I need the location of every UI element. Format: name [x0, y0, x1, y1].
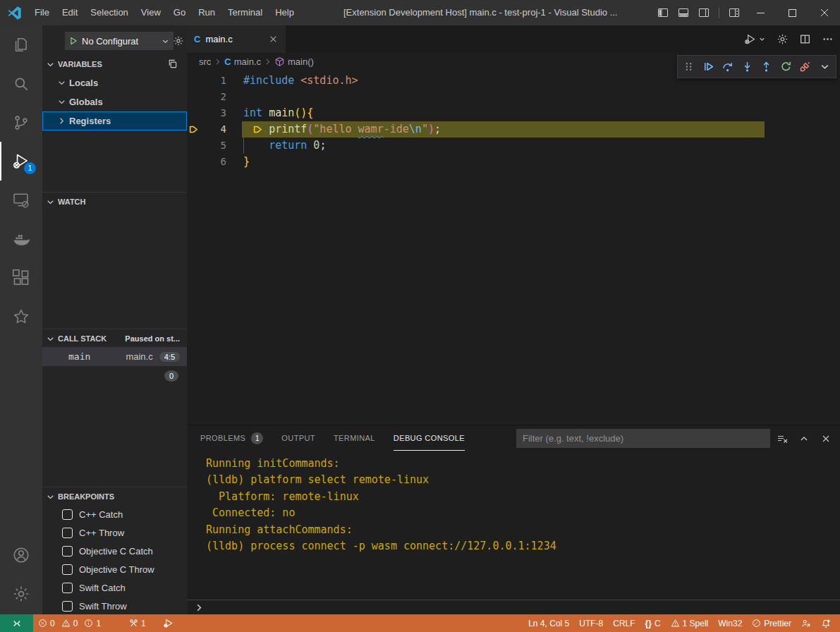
copy-value-icon[interactable]	[167, 59, 178, 69]
callstack-section-header[interactable]: CALL STACK Paused on st...	[42, 329, 187, 348]
menu-file[interactable]: File	[28, 0, 56, 25]
breakpoint-swift-catch[interactable]: Swift Catch	[42, 578, 187, 597]
close-tab-icon[interactable]	[268, 34, 279, 44]
status-win32[interactable]: Win32	[713, 614, 747, 632]
breakpoint-checkbox[interactable]	[62, 509, 73, 520]
status-crlf[interactable]: CRLF	[608, 614, 640, 632]
debug-continue-button[interactable]	[702, 61, 714, 73]
breakpoint-checkbox[interactable]	[62, 583, 73, 593]
panel-tab-terminal[interactable]: TERMINAL	[334, 426, 375, 451]
breakpoint-checkbox[interactable]	[62, 546, 73, 557]
activity-run-debug[interactable]: 1	[0, 142, 42, 181]
debug-step-into-button[interactable]	[741, 61, 753, 73]
debug-step-out-button[interactable]	[760, 61, 772, 73]
close-window-button[interactable]	[808, 0, 840, 25]
panel-tab-output[interactable]: OUTPUT	[281, 426, 315, 451]
menu-selection[interactable]: Selection	[84, 0, 134, 25]
breakpoint-c-throw[interactable]: C++ Throw	[42, 523, 187, 542]
breadcrumb-label: main.c	[234, 56, 261, 67]
split-editor-icon[interactable]	[799, 33, 811, 45]
status-bell[interactable]	[816, 614, 836, 632]
status-utf-8[interactable]: UTF-8	[574, 614, 608, 632]
breakpoint-checkbox[interactable]	[62, 564, 73, 575]
close-panel-icon[interactable]	[820, 433, 832, 444]
watch-section-header[interactable]: WATCH	[42, 192, 187, 211]
gutter-glyph-margin[interactable]	[187, 154, 201, 170]
maximize-button[interactable]	[777, 0, 808, 25]
gutter-glyph-margin[interactable]	[187, 89, 201, 105]
info-icon	[84, 619, 93, 628]
console-filter-input[interactable]	[516, 429, 770, 448]
customize-layout-icon[interactable]	[729, 7, 740, 18]
debug-console-input[interactable]	[187, 600, 840, 615]
settings-gear-icon[interactable]	[777, 33, 789, 45]
activity-remote-explorer[interactable]	[0, 181, 42, 219]
toggle-secondary-sidebar-icon[interactable]	[698, 7, 710, 18]
tab-main-c[interactable]: C main.c	[187, 25, 286, 53]
gutter-glyph-margin[interactable]	[187, 138, 201, 154]
variables-item-registers[interactable]: Registers	[42, 111, 187, 130]
toggle-primary-sidebar-icon[interactable]	[657, 7, 669, 18]
breakpoint-c-catch[interactable]: C++ Catch	[42, 505, 187, 523]
variables-item-globals[interactable]: Globals	[42, 92, 187, 111]
status-1-spell[interactable]: 1 Spell	[666, 614, 714, 632]
status-c[interactable]: {}C	[640, 614, 666, 632]
debug-step-over-button[interactable]	[722, 61, 734, 73]
menu-terminal[interactable]: Terminal	[221, 0, 269, 25]
breakpoint-checkbox[interactable]	[62, 601, 73, 612]
problems-status[interactable]: 0 0 1	[33, 614, 106, 632]
toggle-panel-icon[interactable]	[678, 7, 689, 18]
remote-indicator[interactable]	[0, 614, 33, 632]
callstack-frame-row[interactable]: main main.c 4:5	[42, 347, 187, 366]
run-or-debug-icon[interactable]	[744, 33, 756, 45]
activity-explorer[interactable]	[0, 25, 42, 64]
debug-config-dropdown[interactable]: No Configurat	[65, 32, 174, 50]
menu-view[interactable]: View	[135, 0, 167, 25]
breakpoint-checkbox[interactable]	[62, 528, 73, 538]
variables-item-locals[interactable]: Locals	[42, 73, 187, 92]
activity-extensions[interactable]	[0, 258, 42, 297]
activity-source-control[interactable]	[0, 103, 42, 142]
chevron-down-icon[interactable]	[758, 35, 766, 43]
callstack-thread-row[interactable]: 0	[42, 366, 187, 385]
panel-tab-debug-console[interactable]: DEBUG CONSOLE	[394, 426, 465, 451]
debug-restart-button[interactable]	[780, 61, 792, 73]
activity-docker[interactable]	[0, 219, 42, 258]
status-prettier[interactable]: Prettier	[747, 614, 796, 632]
breakpoint-objective-c-catch[interactable]: Objective C Catch	[42, 542, 187, 560]
menu-run[interactable]: Run	[192, 0, 221, 25]
activity-search[interactable]	[0, 64, 42, 103]
breadcrumb-main-c[interactable]: Cmain.c	[224, 56, 261, 67]
variables-section-header[interactable]: VARIABLES	[42, 55, 187, 73]
gutter-glyph-margin[interactable]	[187, 121, 201, 138]
code-area[interactable]: 1#include <stdio.h>23int main(){4 printf…	[187, 73, 840, 170]
breakpoints-section-header[interactable]: BREAKPOINTS	[42, 487, 187, 506]
status-person-feedback[interactable]	[796, 614, 816, 632]
menu-help[interactable]: Help	[269, 0, 300, 25]
console-line: (lldb) process connect -p wasm connect:/…	[206, 538, 832, 554]
breadcrumb-main[interactable]: main()	[274, 56, 314, 67]
menu-edit[interactable]: Edit	[56, 0, 84, 25]
activity-star[interactable]	[0, 297, 42, 336]
minimize-button[interactable]	[745, 0, 777, 25]
debug-disconnect-button[interactable]	[799, 61, 811, 73]
menu-go[interactable]: Go	[167, 0, 192, 25]
activity-settings[interactable]	[0, 574, 42, 613]
more-actions-icon[interactable]	[822, 33, 834, 45]
gutter-glyph-margin[interactable]	[187, 105, 201, 121]
breakpoint-swift-throw[interactable]: Swift Throw	[42, 597, 187, 615]
activity-account[interactable]	[0, 535, 42, 574]
debug-settings-gear-icon[interactable]	[173, 35, 184, 47]
gutter-glyph-margin[interactable]	[187, 73, 201, 89]
breakpoint-objective-c-throw[interactable]: Objective C Throw	[42, 560, 187, 578]
editor-group: C main.c	[187, 25, 840, 614]
status-ln-4-col-5[interactable]: Ln 4, Col 5	[523, 614, 574, 632]
clear-console-icon[interactable]	[777, 433, 788, 444]
panel-tab-problems[interactable]: PROBLEMS1	[200, 426, 263, 451]
tools-status[interactable]: 1	[124, 614, 151, 632]
breadcrumb-src[interactable]: src	[199, 56, 211, 67]
maximize-panel-icon[interactable]	[798, 433, 810, 444]
debug-chev-down-button[interactable]	[819, 61, 831, 73]
debug-start-icon[interactable]	[68, 36, 78, 46]
debug-status[interactable]	[158, 614, 178, 632]
